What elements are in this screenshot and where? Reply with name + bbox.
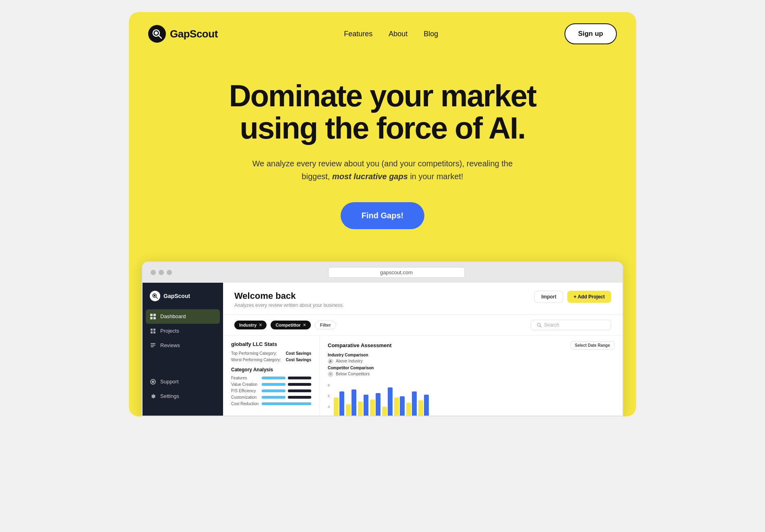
chart-group-8 xyxy=(418,395,429,416)
sidebar-item-support[interactable]: Support xyxy=(143,375,223,389)
browser-dots xyxy=(151,270,172,275)
chart-bar-y4 xyxy=(370,400,375,416)
y-label-4: 4 xyxy=(328,405,330,409)
panel-actions: Import + Add Project xyxy=(534,291,611,303)
chart-bar-b2 xyxy=(351,389,356,416)
panel-subtitle: Analyzes every review written about your… xyxy=(234,302,344,308)
sidebar-bottom: Support Settings xyxy=(143,371,223,408)
chart-group-1 xyxy=(334,391,344,416)
cat-bar-custom-dark xyxy=(288,396,312,399)
data-area: globalfy LLC Stats Top Performing Catego… xyxy=(223,335,622,416)
chart-group-6 xyxy=(394,396,405,416)
y-label-6: 6 xyxy=(328,394,330,398)
sidebar-item-reviews[interactable]: Reviews xyxy=(143,338,223,353)
sidebar-item-dashboard[interactable]: Dashboard xyxy=(146,309,220,324)
sidebar-label-dashboard: Dashboard xyxy=(160,313,186,319)
competitor-comparison-row: Competitor Comparison xyxy=(328,366,614,370)
browser-dot-red xyxy=(151,270,156,275)
filter-button[interactable]: Filter xyxy=(315,321,336,329)
chart-bar-b4 xyxy=(376,393,380,416)
sidebar-label-reviews: Reviews xyxy=(160,342,180,348)
chart-group-7 xyxy=(406,391,417,416)
chart-group-5 xyxy=(382,387,393,416)
sidebar-logo-icon xyxy=(150,291,160,301)
stat-worst-performing: Worst Performing Category: Cost Savings xyxy=(231,358,311,362)
chart-group-4 xyxy=(370,393,380,416)
logo-text: GapScout xyxy=(170,28,218,40)
cat-label-custom: Customization xyxy=(231,395,259,400)
nav-links: Features About Blog xyxy=(344,30,438,38)
svg-rect-7 xyxy=(153,314,156,316)
comparative-header: Comparative Assessment Select Date Range xyxy=(328,341,614,350)
hero-subtitle: We analyze every review about you (and y… xyxy=(246,157,519,183)
nav-features[interactable]: Features xyxy=(344,30,372,38)
industry-status-text: Above Industry xyxy=(336,359,363,363)
add-project-button[interactable]: + Add Project xyxy=(567,291,611,303)
panel-title: Welcome back xyxy=(234,291,344,301)
cat-bar-features: Features xyxy=(231,376,311,380)
y-label-8: 8 xyxy=(328,383,330,387)
sidebar-nav: Dashboard Projects Reviews xyxy=(143,309,223,371)
hero-title-line2: using the force of AI. xyxy=(240,111,525,145)
comparative-title-text: Comparative Assessment xyxy=(328,342,391,348)
cat-bar-ps-dark xyxy=(288,389,312,392)
comparative-panel: Comparative Assessment Select Date Range… xyxy=(320,335,622,416)
browser-bar: gapscout.com xyxy=(143,262,622,283)
cat-bar-value-blue xyxy=(262,383,285,386)
chart-bar-b3 xyxy=(364,395,368,416)
sidebar-logo: GapScout xyxy=(143,291,223,309)
navbar: GapScout Features About Blog Sign up xyxy=(129,12,636,56)
find-gaps-button[interactable]: Find Gaps! xyxy=(341,202,424,229)
signup-button[interactable]: Sign up xyxy=(564,23,617,44)
logo-icon xyxy=(148,25,166,43)
chart-bar-y8 xyxy=(418,400,423,416)
hero-sub-em: most lucrative gaps xyxy=(332,172,408,181)
sidebar: GapScout Dashboard Projects xyxy=(143,283,223,416)
cat-bar-ps-blue xyxy=(262,389,285,392)
filter-competitor-remove[interactable]: × xyxy=(303,322,306,328)
chart-bar-y7 xyxy=(406,403,411,416)
chart-bars xyxy=(334,383,429,416)
sidebar-label-support: Support xyxy=(160,379,179,385)
industry-comparison-row: Industry Comparison xyxy=(328,353,614,357)
cat-label-features: Features xyxy=(231,376,259,380)
chart-container: 8 6 4 2 xyxy=(328,380,614,416)
hero-sub-plain2: in your market! xyxy=(410,172,463,181)
industry-status-row: 🔊 Above Industry xyxy=(328,358,614,364)
import-button[interactable]: Import xyxy=(534,291,563,303)
stat-top-val: Cost Savings xyxy=(286,351,311,356)
filter-industry-label: Industry xyxy=(239,323,256,327)
chart-group-2 xyxy=(346,389,356,416)
browser-url-bar[interactable]: gapscout.com xyxy=(328,267,465,278)
nav-blog[interactable]: Blog xyxy=(424,30,438,38)
sidebar-item-settings[interactable]: Settings xyxy=(143,389,223,404)
chart-group-3 xyxy=(358,395,368,416)
hero-title: Dominate your market using the force of … xyxy=(148,80,617,144)
logo: GapScout xyxy=(148,25,218,43)
nav-about[interactable]: About xyxy=(389,30,407,38)
filter-industry-remove[interactable]: × xyxy=(259,322,262,328)
cat-label-cost: Cost Reduction xyxy=(231,402,259,406)
search-field[interactable]: Search xyxy=(531,320,611,330)
main-card: GapScout Features About Blog Sign up Dom… xyxy=(129,12,636,416)
filter-competitor[interactable]: Competittor × xyxy=(271,321,310,329)
sidebar-item-projects[interactable]: Projects xyxy=(143,324,223,338)
cat-bar-features-blue xyxy=(262,377,285,379)
sidebar-label-settings: Settings xyxy=(160,393,179,399)
svg-rect-10 xyxy=(151,343,155,344)
stats-title: globalfy LLC Stats xyxy=(231,341,311,347)
panel-header-left: Welcome back Analyzes every review writt… xyxy=(234,291,344,308)
browser-dot-yellow xyxy=(159,270,164,275)
stat-worst-val: Cost Savings xyxy=(286,358,311,362)
chart-bar-y1 xyxy=(334,397,339,416)
stat-top-label: Top Performing Category: xyxy=(231,351,277,356)
stat-worst-label: Worst Performing Category: xyxy=(231,358,281,362)
filter-industry[interactable]: Industry × xyxy=(234,321,267,329)
browser-dot-green xyxy=(167,270,172,275)
cat-bar-value: Value Creation xyxy=(231,382,311,387)
category-analysis-title: Category Analysis xyxy=(231,367,311,373)
date-range-button[interactable]: Select Date Range xyxy=(571,341,614,350)
chart-bar-y3 xyxy=(358,402,363,416)
search-placeholder: Search xyxy=(544,322,559,328)
svg-point-1 xyxy=(155,31,158,35)
